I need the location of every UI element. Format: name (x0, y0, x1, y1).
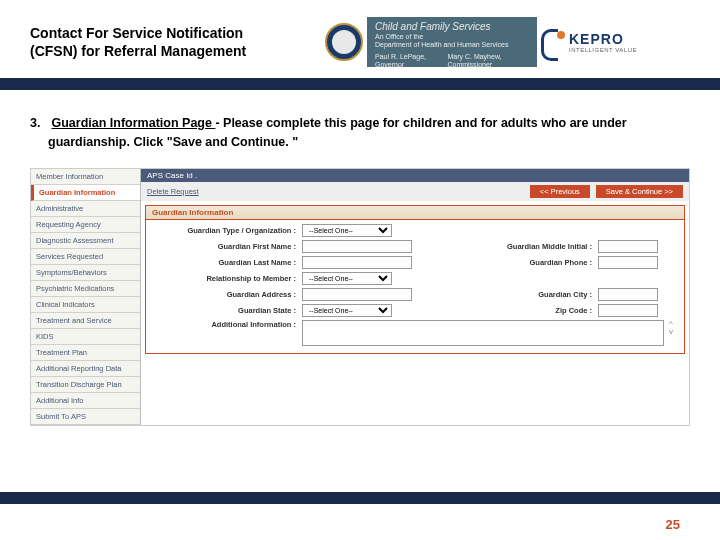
textarea-addl[interactable] (302, 320, 664, 346)
top-divider-bar (0, 78, 720, 90)
sidebar-item-kids[interactable]: KIDS (31, 329, 140, 345)
header-title: Contact For Service Notification (CFSN) … (30, 24, 325, 60)
select-state[interactable]: --Select One-- (302, 304, 392, 317)
save-continue-button[interactable]: Save & Continue >> (596, 185, 683, 198)
sidebar-item-guardian-info[interactable]: Guardian Information (31, 185, 140, 201)
input-city[interactable] (598, 288, 658, 301)
state-seal-icon (325, 23, 363, 61)
select-rel[interactable]: --Select One-- (302, 272, 392, 285)
label-addl: Additional Information : (152, 320, 302, 329)
sidebar-item-requesting-agency[interactable]: Requesting Agency (31, 217, 140, 233)
sidebar-item-treatment-plan[interactable]: Treatment Plan (31, 345, 140, 361)
sidebar-item-submit[interactable]: Submit To APS (31, 409, 140, 425)
label-state: Guardian State : (152, 306, 302, 315)
step-title: Guardian Information Page (51, 116, 215, 130)
sidebar-item-discharge[interactable]: Transition Discharge Plan (31, 377, 140, 393)
case-id-bar: APS Case Id . (141, 169, 689, 182)
app-screenshot: Member Information Guardian Information … (30, 168, 690, 426)
sidebar-item-reporting[interactable]: Additional Reporting Data (31, 361, 140, 377)
sidebar-item-symptoms[interactable]: Symptoms/Behaviors (31, 265, 140, 281)
slide-header: Contact For Service Notification (CFSN) … (0, 0, 720, 78)
sidebar-item-diagnostic[interactable]: Diagnostic Assessment (31, 233, 140, 249)
bottom-divider-bar (0, 492, 720, 504)
step-rest2: guardianship. Click "Save and Continue. … (30, 133, 690, 152)
cfs-badge: Child and Family Services An Office of t… (367, 17, 537, 67)
instruction-text: 3. Guardian Information Page - Please co… (0, 90, 720, 162)
guardian-panel: Guardian Information Guardian Type / Org… (145, 205, 685, 354)
cfs-line2: An Office of the (375, 33, 529, 41)
main-panel: APS Case Id . Delete Request << Previous… (141, 169, 689, 425)
sidebar-item-medications[interactable]: Psychiatric Medications (31, 281, 140, 297)
label-city: Guardian City : (422, 290, 598, 299)
delete-request-link[interactable]: Delete Request (147, 187, 199, 196)
cfs-line3: Department of Health and Human Services (375, 41, 529, 49)
cfs-gov: Paul R. LePage, Governor (375, 53, 441, 70)
page-number: 25 (666, 517, 680, 532)
sidebar-item-additional[interactable]: Additional Info (31, 393, 140, 409)
previous-button[interactable]: << Previous (530, 185, 590, 198)
sidebar-item-member-info[interactable]: Member Information (31, 169, 140, 185)
kepro-logo: KEPRO INTELLIGENT VALUE (541, 29, 637, 55)
header-badges: Child and Family Services An Office of t… (325, 17, 690, 67)
select-type[interactable]: --Select One-- (302, 224, 392, 237)
kepro-sub: INTELLIGENT VALUE (569, 47, 637, 53)
cfs-line1: Child and Family Services (375, 21, 529, 33)
kepro-icon (541, 29, 567, 55)
label-mi: Guardian Middle Initial : (422, 242, 598, 251)
title-line1: Contact For Service Notification (30, 24, 325, 42)
label-zip: Zip Code : (422, 306, 598, 315)
label-first: Guardian First Name : (152, 242, 302, 251)
scroll-arrows-icon: ^v (664, 320, 678, 336)
cfs-comm: Mary C. Mayhew, Commissioner (447, 53, 529, 70)
label-type: Guardian Type / Organization : (152, 226, 302, 235)
sidebar-item-clinical[interactable]: Clinical Indicators (31, 297, 140, 313)
label-rel: Relationship to Member : (152, 274, 302, 283)
toolbar: Delete Request << Previous Save & Contin… (141, 182, 689, 201)
kepro-text: KEPRO (569, 31, 637, 47)
panel-header: Guardian Information (146, 206, 684, 220)
sidebar-item-administrative[interactable]: Administrative (31, 201, 140, 217)
input-phone[interactable] (598, 256, 658, 269)
title-line2: (CFSN) for Referral Management (30, 42, 325, 60)
step-number: 3. (30, 114, 48, 133)
label-phone: Guardian Phone : (422, 258, 598, 267)
step-rest1: - Please complete this page for children… (215, 116, 626, 130)
input-zip[interactable] (598, 304, 658, 317)
guardian-form: Guardian Type / Organization : --Select … (146, 220, 684, 353)
sidebar: Member Information Guardian Information … (31, 169, 141, 425)
sidebar-item-treatment-service[interactable]: Treatment and Service (31, 313, 140, 329)
input-last[interactable] (302, 256, 412, 269)
sidebar-item-services[interactable]: Services Requested (31, 249, 140, 265)
input-addr[interactable] (302, 288, 412, 301)
label-addr: Guardian Address : (152, 290, 302, 299)
input-first[interactable] (302, 240, 412, 253)
label-last: Guardian Last Name : (152, 258, 302, 267)
input-mi[interactable] (598, 240, 658, 253)
